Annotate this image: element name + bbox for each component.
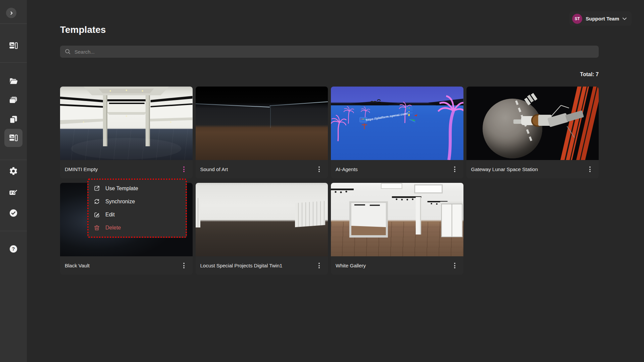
menu-item-use-template[interactable]: Use Template: [89, 182, 186, 195]
chevron-down-icon: [623, 17, 627, 20]
thumbnail-art: [60, 87, 193, 160]
sidebar-item-projects[interactable]: [8, 76, 18, 86]
thumbnail-art: [466, 87, 599, 160]
sidebar-expand-button[interactable]: [6, 8, 16, 18]
template-card: Locust Special Projects Digital Twin1: [196, 183, 328, 275]
template-name: Gateway Lunar Space Station: [471, 166, 538, 172]
svg-text:?: ?: [12, 246, 15, 252]
sidebar-item-approvals[interactable]: [8, 208, 18, 218]
template-name: White Gallery: [336, 263, 366, 268]
menu-item-label: Synchronize: [105, 199, 135, 205]
template-label-row: Locust Special Projects Digital Twin1: [196, 256, 328, 275]
template-label-row: Black Vault: [60, 256, 193, 275]
card-menu-button[interactable]: [586, 164, 594, 175]
menu-item-label: Use Template: [105, 186, 138, 192]
template-label-row: AI-Agents: [331, 160, 463, 178]
template-name: DMINTI Empty: [65, 166, 98, 172]
card-menu-button[interactable]: [315, 164, 323, 175]
avatar: ST: [572, 14, 582, 24]
card-menu-button[interactable]: [451, 164, 459, 175]
search-icon: [64, 48, 71, 55]
menu-item-synchronize[interactable]: Synchronize: [89, 195, 186, 208]
templates-icon: [9, 41, 18, 50]
template-name: Locust Special Projects Digital Twin1: [200, 263, 283, 268]
card-menu-button[interactable]: [315, 260, 323, 271]
sidebar-divider: [0, 62, 27, 63]
template-thumbnail[interactable]: [60, 87, 193, 160]
page-title: Templates: [60, 24, 599, 35]
template-name: Sound of Art: [200, 166, 228, 172]
sidebar-divider: [0, 231, 27, 231]
ceiling-edge-highlight: [270, 101, 328, 106]
template-thumbnail[interactable]: [196, 183, 328, 256]
stack-icon: [9, 96, 18, 105]
menu-item-label: Delete: [105, 225, 121, 231]
user-menu-button[interactable]: ST Support Team: [569, 11, 632, 26]
sync-icon: [93, 198, 100, 205]
sidebar-item-feedback[interactable]: [8, 188, 18, 198]
sidebar-divider: [0, 160, 27, 160]
template-label-row: DMINTI Empty: [60, 160, 193, 178]
templates-active-icon: [9, 133, 18, 143]
thumbnail-art: [331, 87, 463, 160]
menu-item-edit[interactable]: Edit: [89, 208, 186, 221]
template-card: https://platform.openai.com/ AI-Agents: [331, 87, 463, 178]
open-external-icon: [93, 185, 100, 192]
template-context-menu: Use Template Synchronize Edit Delete: [87, 178, 187, 238]
card-menu-button[interactable]: [180, 164, 188, 175]
settings-gear-icon: [9, 166, 18, 176]
template-label-row: White Gallery: [331, 256, 463, 275]
template-name: AI-Agents: [336, 166, 358, 172]
template-card: Gateway Lunar Space Station: [466, 87, 599, 178]
template-thumbnail[interactable]: [466, 87, 599, 160]
check-circle-icon: [9, 208, 18, 218]
sidebar: ?: [0, 0, 27, 362]
template-name: Black Vault: [65, 263, 90, 268]
trash-icon: [93, 224, 100, 231]
chevron-right-icon: [8, 10, 15, 16]
template-thumbnail[interactable]: https://platform.openai.com/: [331, 87, 463, 160]
thumbnail-art: [331, 183, 463, 256]
template-thumbnail[interactable]: [331, 183, 463, 256]
help-icon: ?: [9, 244, 18, 254]
edit-icon: [93, 211, 100, 218]
feedback-mail-edit-icon: [9, 188, 18, 198]
sidebar-item-settings[interactable]: [8, 166, 18, 176]
app-root: { "page": { "title": "Templates", "total…: [0, 0, 644, 362]
sidebar-item-copies[interactable]: [8, 114, 18, 124]
template-label-row: Gateway Lunar Space Station: [466, 160, 599, 178]
ceiling-edge-highlight: [196, 103, 270, 107]
user-name: Support Team: [586, 16, 619, 21]
template-card: DMINTI Empty: [60, 87, 193, 178]
folder-open-icon: [9, 76, 18, 86]
card-menu-button[interactable]: [451, 260, 459, 271]
copy-icon: [9, 115, 18, 124]
template-card: Sound of Art: [196, 87, 328, 178]
total-count: Total: 7: [60, 71, 599, 77]
search-input[interactable]: [75, 49, 595, 55]
template-label-row: Sound of Art: [196, 160, 328, 178]
card-menu-button[interactable]: [180, 260, 188, 271]
sidebar-divider: [0, 23, 27, 24]
search-bar: [60, 46, 599, 58]
sidebar-item-collections[interactable]: [8, 96, 18, 106]
sidebar-item-templates[interactable]: [8, 133, 18, 143]
template-thumbnail[interactable]: [196, 87, 328, 160]
sidebar-item-templates-top[interactable]: [8, 41, 18, 51]
sidebar-item-help[interactable]: ?: [8, 244, 18, 254]
template-card: White Gallery: [331, 183, 463, 275]
menu-item-label: Edit: [105, 212, 115, 218]
wall-corner-line: [270, 106, 271, 128]
menu-item-delete[interactable]: Delete: [89, 221, 186, 235]
